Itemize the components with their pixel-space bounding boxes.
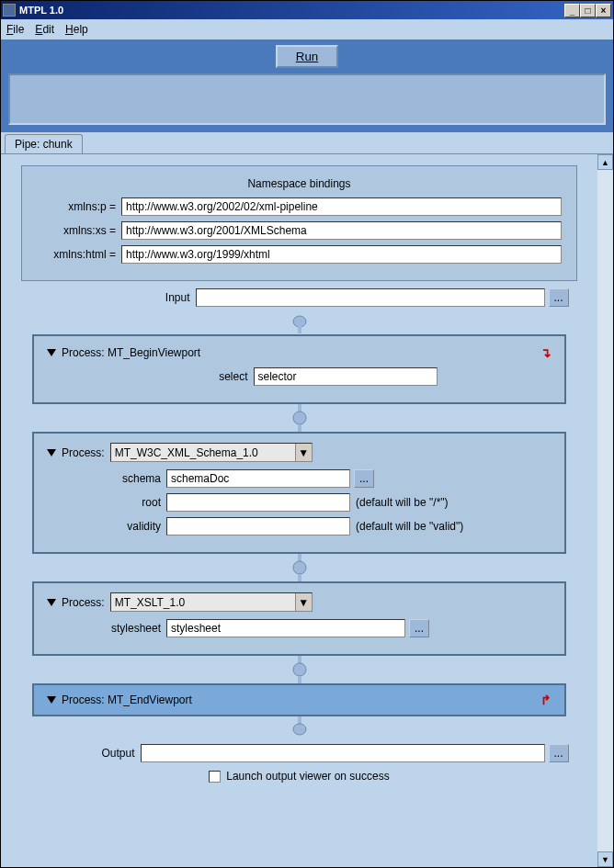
output-label: Output — [30, 747, 141, 760]
run-button[interactable]: Run — [276, 45, 338, 68]
svg-point-3 — [293, 411, 306, 424]
scroll-down-button[interactable]: ▼ — [597, 851, 613, 867]
connector-icon — [14, 656, 585, 683]
svg-rect-11 — [298, 716, 301, 724]
collapse-toggle-icon[interactable] — [47, 449, 56, 457]
scroll-up-button[interactable]: ▲ — [597, 154, 613, 170]
svg-rect-2 — [298, 404, 301, 411]
ns-label-xs: xmlns:xs = — [37, 224, 121, 237]
content-area: Namespace bindings xmlns:p = xmlns:xs = … — [1, 153, 613, 867]
menu-edit[interactable]: Edit — [35, 23, 54, 36]
collapse-toggle-icon[interactable] — [47, 599, 56, 606]
namespace-fieldset: Namespace bindings xmlns:p = xmlns:xs = … — [21, 165, 577, 281]
input-row: Input ... — [14, 288, 585, 307]
process3-header-label: Process: — [62, 596, 105, 609]
tabs-row: Pipe: chunk — [1, 132, 613, 153]
tab-pipe-chunk[interactable]: Pipe: chunk — [5, 134, 83, 153]
svg-rect-8 — [298, 656, 301, 663]
process3-stylesheet-browse-button[interactable]: ... — [409, 619, 429, 637]
scroll-track[interactable] — [597, 170, 613, 851]
process3-stylesheet-input[interactable] — [166, 619, 405, 637]
maximize-button[interactable]: □ — [580, 4, 596, 17]
chevron-down-icon: ▼ — [295, 444, 312, 461]
process3-selected: MT_XSLT_1.0 — [115, 596, 185, 609]
output-browse-button[interactable]: ... — [549, 744, 569, 762]
titlebar: MTPL 1.0 _ □ × — [1, 1, 613, 19]
collapse-toggle-icon[interactable] — [47, 696, 56, 704]
process2-header-label: Process: — [62, 446, 105, 459]
svg-point-6 — [293, 561, 306, 574]
launch-viewer-row: Launch output viewer on success — [14, 770, 585, 783]
vertical-scrollbar[interactable]: ▲ ▼ — [597, 154, 613, 867]
launch-viewer-label: Launch output viewer on success — [226, 770, 389, 783]
process2-validity-input[interactable] — [166, 517, 350, 535]
process-xslt: Process: MT_XSLT_1.0 ▼ stylesheet ... — [32, 581, 566, 656]
svg-rect-10 — [298, 676, 301, 683]
process3-stylesheet-label: stylesheet — [47, 622, 166, 635]
process3-type-select[interactable]: MT_XSLT_1.0 ▼ — [110, 592, 313, 612]
input-field[interactable] — [196, 288, 545, 307]
input-browse-button[interactable]: ... — [549, 288, 569, 307]
svg-point-12 — [293, 724, 306, 735]
svg-rect-7 — [298, 574, 301, 581]
connector-icon — [14, 404, 585, 432]
svg-rect-1 — [298, 326, 301, 333]
connector-icon — [14, 554, 585, 581]
process2-type-select[interactable]: MT_W3C_XML_Schema_1.0 ▼ — [110, 443, 313, 462]
output-field[interactable] — [141, 744, 545, 762]
process2-schema-label: schema — [47, 472, 166, 485]
process1-select-input[interactable] — [254, 367, 438, 386]
process2-validity-label: validity — [47, 520, 166, 533]
output-console — [8, 73, 606, 125]
process1-select-label: select — [162, 370, 254, 383]
collapse-toggle-icon[interactable] — [47, 349, 56, 356]
input-label: Input — [30, 291, 196, 304]
ns-input-p[interactable] — [121, 197, 562, 216]
process2-root-hint: (default will be "/*") — [356, 496, 449, 509]
process2-validity-hint: (default will be "valid") — [356, 520, 463, 533]
launch-viewer-checkbox[interactable] — [209, 771, 221, 783]
process4-title: Process: MT_EndViewport — [62, 693, 192, 706]
menubar: File Edit Help — [1, 19, 613, 39]
ns-label-p: xmlns:p = — [37, 200, 121, 213]
process2-root-input[interactable] — [166, 493, 350, 512]
process2-selected: MT_W3C_XML_Schema_1.0 — [115, 446, 258, 459]
ns-input-html[interactable] — [121, 245, 562, 264]
process-end-viewport: Process: MT_EndViewport ↱ — [32, 683, 566, 716]
app-icon — [3, 4, 16, 17]
namespace-title: Namespace bindings — [37, 177, 562, 190]
menu-file[interactable]: File — [6, 23, 24, 36]
process-begin-viewport: Process: MT_BeginViewport ↴ select — [32, 334, 566, 404]
window-title: MTPL 1.0 — [19, 5, 63, 16]
process2-schema-browse-button[interactable]: ... — [354, 469, 374, 488]
exit-viewport-icon: ↱ — [540, 693, 551, 707]
app-window: MTPL 1.0 _ □ × File Edit Help Run Pipe: … — [0, 0, 614, 868]
menu-help[interactable]: Help — [65, 23, 88, 36]
process1-title: Process: MT_BeginViewport — [62, 346, 200, 359]
connector-icon — [14, 716, 585, 737]
svg-point-9 — [293, 663, 306, 676]
output-row: Output ... — [14, 744, 585, 762]
svg-rect-4 — [298, 424, 301, 432]
close-button[interactable]: × — [596, 4, 611, 17]
enter-viewport-icon: ↴ — [540, 345, 551, 360]
svg-rect-5 — [298, 554, 301, 561]
chevron-down-icon: ▼ — [295, 593, 312, 611]
ns-label-html: xmlns:html = — [37, 248, 121, 261]
process2-root-label: root — [47, 496, 166, 509]
connector-icon — [14, 314, 585, 334]
process-schema: Process: MT_W3C_XML_Schema_1.0 ▼ schema … — [32, 432, 566, 554]
svg-point-0 — [293, 316, 306, 327]
toolbar-area: Run — [1, 39, 613, 132]
minimize-button[interactable]: _ — [564, 4, 580, 17]
process2-schema-input[interactable] — [166, 469, 350, 488]
ns-input-xs[interactable] — [121, 221, 562, 240]
